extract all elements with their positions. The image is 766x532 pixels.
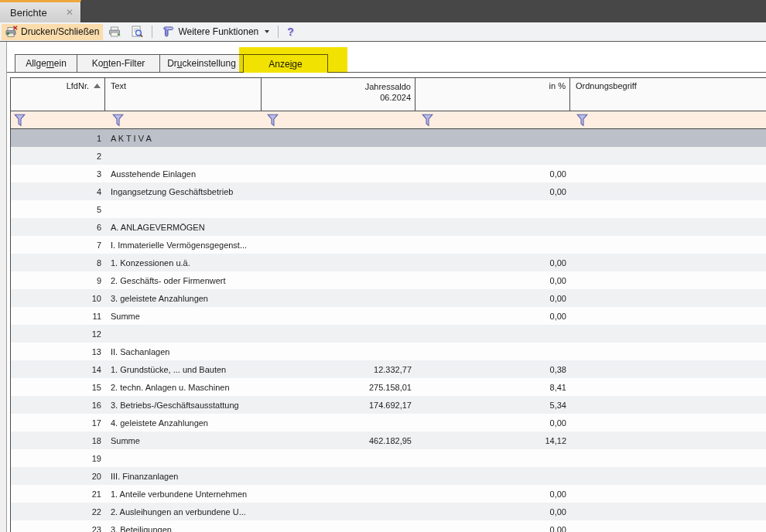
row-jahressaldo: 12.332,77	[262, 365, 415, 374]
table-row[interactable]: 20 III. Finanzanlagen	[11, 467, 766, 485]
row-percent: 0,00	[415, 507, 570, 517]
table-row[interactable]: 15 2. techn. Anlagen u. Maschinen 275.15…	[11, 378, 766, 396]
printer-icon	[108, 26, 121, 38]
row-percent: 0,00	[415, 169, 570, 179]
tab-label: Anzeige	[268, 59, 302, 70]
grid-rows: 1 A K T I V A 2 3 Ausstehende Einlagen 0…	[11, 129, 766, 532]
table-row[interactable]: 14 1. Grundstücke, ... und Bauten 12.332…	[11, 360, 766, 378]
column-header-jahressaldo[interactable]: Jahressaldo 06.2024	[262, 78, 415, 111]
row-number: 8	[11, 258, 105, 268]
table-row[interactable]: 17 4. geleistete Anzahlungen 0,00	[11, 414, 766, 431]
chevron-down-icon	[265, 30, 269, 33]
toolbar-separator	[278, 26, 279, 38]
row-text: Ausstehende Einlagen	[105, 169, 262, 179]
row-text: 3. Beteiligungen	[105, 525, 262, 532]
row-percent: 5,34	[415, 401, 570, 410]
row-percent: 0,00	[415, 258, 570, 268]
table-row[interactable]: 1 A K T I V A	[11, 129, 766, 147]
row-number: 9	[11, 276, 105, 285]
table-row[interactable]: 18 Summe 462.182,95 14,12	[11, 431, 766, 449]
document-tab-berichte[interactable]: Berichte ✕	[0, 0, 81, 22]
toolbar: Drucken/Schließen	[0, 22, 766, 42]
table-row[interactable]: 7 I. Immaterielle Vermögensgegenst...	[11, 236, 766, 254]
tab-konten-filter[interactable]: Konten-Filter	[77, 54, 159, 73]
table-row[interactable]: 23 3. Beteiligungen 0,00	[11, 520, 766, 532]
more-functions-button[interactable]: Weitere Funktionen	[157, 24, 273, 40]
document-tabstrip: Berichte ✕	[0, 0, 766, 22]
close-icon[interactable]: ✕	[66, 8, 74, 17]
tab-allgemein[interactable]: Allgemein	[15, 54, 77, 73]
row-jahressaldo: 275.158,01	[262, 383, 415, 392]
filter-funnel-icon[interactable]	[576, 114, 588, 130]
dialog-tabs: AllgemeinKonten-FilterDruckeinstellungAn…	[15, 54, 328, 73]
print-button[interactable]	[104, 24, 125, 40]
tab-anzeige[interactable]: Anzeige	[243, 54, 328, 73]
table-row[interactable]: 11 Summe 0,00	[11, 307, 766, 325]
grid-header-row: LfdNr. Text Jahressaldo 06.2024 in % Ord…	[11, 78, 766, 111]
row-number: 15	[11, 383, 105, 392]
row-percent: 0,38	[415, 365, 570, 374]
table-row[interactable]: 22 2. Ausleihungen an verbundene U... 0,…	[11, 503, 766, 520]
row-percent: 0,00	[415, 525, 570, 532]
application-window: Berichte ✕ Drucken/Schließen	[0, 0, 766, 532]
row-percent: 14,12	[415, 436, 570, 445]
table-row[interactable]: 10 3. geleistete Anzahlungen 0,00	[11, 289, 766, 307]
report-grid: LfdNr. Text Jahressaldo 06.2024 in % Ord…	[10, 77, 766, 532]
table-row[interactable]: 5	[11, 200, 766, 218]
row-text: II. Sachanlagen	[105, 347, 262, 356]
table-row[interactable]: 16 3. Betriebs-/Geschäftsausstattung 174…	[11, 396, 766, 414]
table-row[interactable]: 9 2. Geschäfts- oder Firmenwert 0,00	[11, 271, 766, 289]
row-text: III. Finanzanlagen	[105, 472, 262, 481]
table-row[interactable]: 2	[11, 147, 766, 165]
row-number: 14	[11, 365, 105, 374]
row-percent: 0,00	[415, 489, 570, 499]
table-row[interactable]: 13 II. Sachanlagen	[11, 343, 766, 360]
row-text: 2. techn. Anlagen u. Maschinen	[105, 383, 262, 392]
print-preview-button[interactable]	[127, 24, 147, 40]
row-text: 1. Konzessionen u.ä.	[105, 258, 262, 268]
row-number: 20	[11, 472, 105, 481]
row-jahressaldo: 462.182,95	[262, 436, 415, 445]
row-number: 11	[11, 312, 105, 321]
column-header-text[interactable]: Text	[105, 78, 262, 111]
row-text: 3. geleistete Anzahlungen	[105, 294, 262, 303]
row-number: 18	[11, 436, 105, 445]
filter-funnel-icon[interactable]	[14, 114, 26, 130]
table-row[interactable]: 3 Ausstehende Einlagen 0,00	[11, 165, 766, 182]
row-text: 4. geleistete Anzahlungen	[105, 418, 262, 428]
table-row[interactable]: 21 1. Anteile verbundene Unternehmen 0,0…	[11, 485, 766, 503]
column-header-percent[interactable]: in %	[415, 78, 570, 111]
row-text: 3. Betriebs-/Geschäftsausstattung	[105, 401, 262, 410]
table-row[interactable]: 8 1. Konzessionen u.ä. 0,00	[11, 254, 766, 271]
table-row[interactable]: 6 A. ANLAGEVERMÖGEN	[11, 218, 766, 236]
row-number: 2	[11, 152, 105, 161]
row-number: 12	[11, 329, 105, 339]
help-button[interactable]: ?	[283, 24, 298, 40]
row-number: 1	[11, 134, 105, 143]
tab-druckeinstellung[interactable]: Druckeinstellung	[159, 54, 243, 73]
row-jahressaldo: 174.692,17	[262, 401, 415, 410]
table-row[interactable]: 12	[11, 325, 766, 343]
row-number: 7	[11, 240, 105, 250]
column-header-lfdnr[interactable]: LfdNr.	[11, 78, 105, 111]
table-row[interactable]: 19	[11, 449, 766, 467]
row-percent: 0,00	[415, 276, 570, 285]
row-percent: 0,00	[415, 294, 570, 303]
print-close-label: Drucken/Schließen	[21, 26, 99, 37]
tab-label: Konten-Filter	[92, 58, 145, 69]
filter-funnel-icon[interactable]	[422, 114, 433, 130]
tab-label: Allgemein	[26, 58, 67, 69]
filter-funnel-icon[interactable]	[267, 114, 279, 130]
row-number: 19	[11, 454, 105, 463]
row-text: 2. Ausleihungen an verbundene U...	[105, 507, 262, 517]
document-tab-title: Berichte	[10, 7, 47, 19]
print-close-button[interactable]: Drucken/Schließen	[2, 24, 103, 40]
column-header-ordnungsbegriff[interactable]: Ordnungsbegriff	[570, 78, 766, 111]
table-row[interactable]: 4 Ingangsetzung Geschäftsbetrieb 0,00	[11, 182, 766, 200]
filter-funnel-icon[interactable]	[112, 114, 124, 130]
row-text: A. ANLAGEVERMÖGEN	[105, 223, 262, 232]
row-text: Ingangsetzung Geschäftsbetrieb	[105, 187, 262, 196]
row-percent: 0,00	[415, 312, 570, 321]
row-number: 13	[11, 347, 105, 356]
row-text: 1. Grundstücke, ... und Bauten	[105, 365, 262, 374]
